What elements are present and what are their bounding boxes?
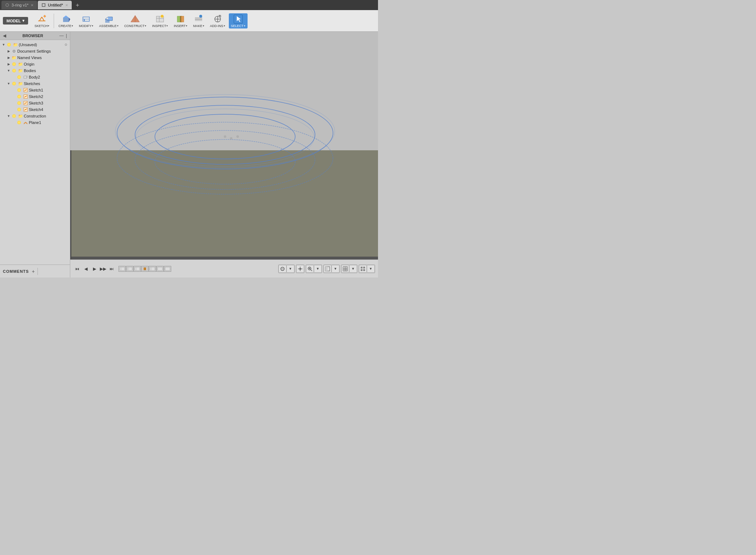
assemble-tool[interactable]: ASSEMBLE▾ — [97, 13, 121, 28]
tree-item-sketch3[interactable]: Sketch3 — [0, 100, 70, 106]
tab-close-3ring[interactable]: ✕ — [31, 3, 34, 7]
sketch3-spacer — [12, 101, 16, 105]
sketch4-spacer — [12, 107, 16, 112]
svg-point-52 — [230, 137, 232, 140]
inspect-tool[interactable]: ! INSPECT▾ — [150, 13, 170, 28]
svg-rect-63 — [157, 267, 163, 271]
tree-item-plane1[interactable]: Plane1 — [0, 119, 70, 126]
sketches-expand-icon[interactable]: ▼ — [6, 81, 11, 86]
svg-point-51 — [236, 136, 239, 138]
tree-item-origin[interactable]: ▶ 📁 Origin — [0, 61, 70, 67]
modify-icon — [81, 14, 91, 24]
root-expand-icon[interactable]: ▼ — [1, 43, 6, 47]
sketch2-icon — [23, 94, 28, 99]
zoom-arrow-button[interactable]: ▾ — [314, 265, 322, 273]
timeline-frame-5[interactable] — [149, 266, 156, 272]
inspect-icon: ! — [155, 14, 165, 24]
svg-rect-64 — [165, 267, 170, 271]
construction-bulb-icon — [12, 114, 17, 119]
doc-settings-expand-icon[interactable]: ▶ — [6, 49, 11, 53]
named-views-expand-icon[interactable]: ▶ — [6, 56, 11, 60]
orbit-button[interactable] — [279, 265, 286, 273]
svg-point-42 — [117, 97, 333, 169]
main-area: ◀ BROWSER — | ▼ 📁 (Unsaved) ▶ ⚙ Document… — [0, 32, 378, 278]
playback-next-button[interactable]: ▶▶ — [99, 265, 107, 273]
pan-button[interactable] — [296, 265, 304, 273]
addins-tool[interactable]: ADD-INS▾ — [208, 13, 227, 28]
svg-point-27 — [199, 15, 202, 18]
svg-rect-53 — [120, 267, 125, 271]
browser-header: ◀ BROWSER — | — [0, 32, 70, 40]
svg-line-3 — [40, 17, 42, 21]
construction-folder-icon: 📁 — [18, 114, 23, 119]
svg-rect-61 — [150, 267, 155, 271]
svg-marker-35 — [24, 75, 27, 76]
playback-prev-button[interactable]: ◀ — [82, 265, 90, 273]
tree-item-sketch2[interactable]: Sketch2 — [0, 93, 70, 100]
create-tool[interactable]: CREATE▾ — [56, 13, 75, 28]
construct-label: CONSTRUCT▾ — [124, 24, 147, 28]
sketch1-label: Sketch1 — [29, 88, 68, 92]
tree-item-sketches[interactable]: ▼ 📁 Sketches — [0, 80, 70, 87]
tab-add-button[interactable]: ＋ — [72, 1, 83, 9]
sketch3-bulb-icon — [17, 101, 22, 106]
pan-tool-group — [296, 265, 304, 273]
tree-item-sketch1[interactable]: Sketch1 — [0, 87, 70, 93]
main-toolbar: MODEL ▾ SKETCH▾ CREATE▾ MODIFY▾ ASSEMBLE… — [0, 10, 378, 32]
playback-last-button[interactable]: ⏭ — [108, 265, 116, 273]
tree-item-named-views[interactable]: ▶ 📁 Named Views — [0, 54, 70, 61]
bodies-expand-icon[interactable]: ▼ — [6, 68, 11, 73]
orbit-arrow-button[interactable]: ▾ — [286, 265, 294, 273]
sketches-bulb-icon — [12, 81, 17, 86]
tree-item-root[interactable]: ▼ 📁 (Unsaved) — [0, 41, 70, 48]
display-mode-button[interactable] — [324, 265, 332, 273]
tree-item-doc-settings[interactable]: ▶ ⚙ Document Settings — [0, 48, 70, 54]
select-label: SELECT▾ — [231, 24, 245, 28]
timeline-frame-3[interactable] — [134, 266, 141, 272]
viewport-bottom-toolbar: ⏮ ◀ ▶ ▶▶ ⏭ — [70, 259, 378, 278]
zoom-button[interactable] — [306, 265, 314, 273]
model-menu-button[interactable]: MODEL ▾ — [3, 17, 28, 25]
tree-item-construction[interactable]: ▼ 📁 Construction — [0, 113, 70, 119]
grid-button[interactable] — [341, 265, 349, 273]
construct-tool[interactable]: CONSTRUCT▾ — [122, 13, 149, 28]
browser-collapse-button[interactable]: ◀ — [3, 33, 6, 38]
make-icon — [194, 14, 204, 24]
viewport-layout-arrow-button[interactable]: ▾ — [367, 265, 375, 273]
comments-add-button[interactable]: + — [32, 268, 35, 274]
timeline-frame-4[interactable] — [141, 266, 148, 272]
construction-expand-icon[interactable]: ▼ — [6, 114, 11, 118]
browser-minimize-button[interactable]: — — [59, 33, 64, 38]
timeline-frame-2[interactable] — [126, 266, 133, 272]
tree-item-sketch4[interactable]: Sketch4 — [0, 106, 70, 113]
playback-play-button[interactable]: ▶ — [90, 265, 98, 273]
make-tool[interactable]: MAKE▾ — [191, 13, 206, 28]
tree-item-bodies[interactable]: ▼ 📁 Bodies — [0, 67, 70, 74]
plane1-spacer — [12, 120, 16, 125]
select-tool[interactable]: SELECT▾ — [229, 13, 248, 28]
timeline-frame-1[interactable] — [119, 266, 126, 272]
viewport-layout-button[interactable] — [359, 265, 367, 273]
grid-arrow-button[interactable]: ▾ — [349, 265, 357, 273]
svg-rect-74 — [343, 267, 347, 271]
named-views-label: Named Views — [17, 56, 68, 60]
modify-tool[interactable]: MODIFY▾ — [77, 13, 95, 28]
display-mode-arrow-button[interactable]: ▾ — [332, 265, 339, 273]
timeline-frame-6[interactable] — [156, 266, 164, 272]
tab-3ring[interactable]: 3-ring v1* ✕ — [1, 1, 37, 9]
sketch1-icon — [23, 88, 28, 93]
sketch-tool[interactable]: SKETCH▾ — [32, 13, 52, 28]
insert-tool[interactable]: INSERT▾ — [172, 13, 190, 28]
playback-first-button[interactable]: ⏮ — [73, 265, 81, 273]
sketch2-bulb-icon — [17, 94, 22, 99]
create-icon — [61, 14, 71, 24]
tree-item-body2[interactable]: Body2 — [0, 74, 70, 80]
tab-close-untitled[interactable]: ✕ — [65, 3, 68, 7]
viewport-tools-right: ▾ ▾ — [278, 265, 375, 273]
viewport-3d[interactable]: ⏮ ◀ ▶ ▶▶ ⏭ — [70, 32, 378, 278]
origin-expand-icon[interactable]: ▶ — [6, 62, 11, 66]
viewport-layout-group: ▾ — [359, 265, 375, 273]
bodies-label: Bodies — [24, 68, 68, 73]
timeline-frame-7[interactable] — [164, 266, 171, 272]
tab-untitled[interactable]: Untitled* ✕ — [38, 1, 72, 9]
